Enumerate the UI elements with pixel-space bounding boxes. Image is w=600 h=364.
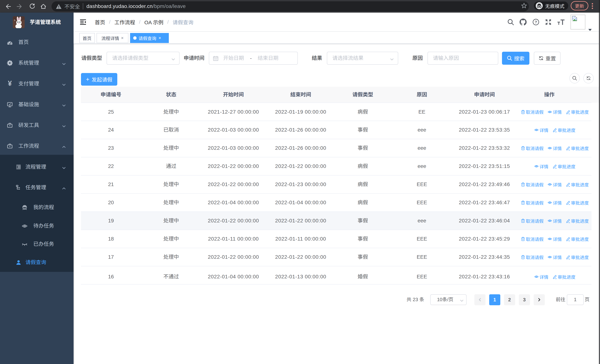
svg-text:?: ? bbox=[534, 20, 537, 24]
svg-text:¥: ¥ bbox=[8, 81, 12, 87]
